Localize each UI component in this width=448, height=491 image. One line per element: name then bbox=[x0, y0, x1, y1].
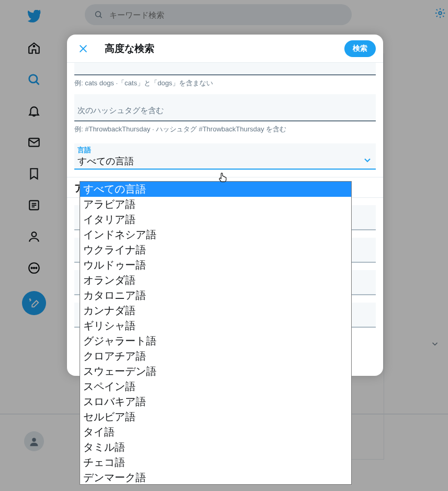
language-option[interactable]: アラビア語 bbox=[80, 197, 351, 212]
close-button[interactable] bbox=[74, 40, 92, 58]
language-option[interactable]: ギリシャ語 bbox=[80, 318, 351, 333]
hashtags-hint: 例: #ThrowbackThursday · ハッシュタグ #Throwbac… bbox=[67, 121, 383, 134]
language-option[interactable]: スペイン語 bbox=[80, 379, 351, 394]
chevron-down-icon bbox=[362, 155, 373, 165]
language-option[interactable]: オランダ語 bbox=[80, 273, 351, 288]
language-option[interactable]: ウクライナ語 bbox=[80, 242, 351, 258]
language-option[interactable]: すべての言語 bbox=[80, 182, 351, 197]
language-option[interactable]: スロバキア語 bbox=[80, 394, 351, 409]
modal-title: 高度な検索 bbox=[105, 42, 154, 55]
language-dropdown[interactable]: すべての言語アラビア語イタリア語インドネシア語ウクライナ語ウルドゥー語オランダ語… bbox=[80, 181, 352, 485]
language-option[interactable]: タミル語 bbox=[80, 440, 351, 455]
language-value: すべての言語 bbox=[77, 155, 373, 168]
none-of-words-hint: 例: cats dogs ·「cats」と「dogs」を含まない bbox=[67, 75, 383, 88]
modal-header: 高度な検索 検索 bbox=[67, 35, 383, 63]
language-option[interactable]: カンナダ語 bbox=[80, 303, 351, 318]
search-submit-button[interactable]: 検索 bbox=[344, 40, 376, 57]
none-of-words-input[interactable] bbox=[74, 63, 376, 75]
language-select[interactable]: 言語 すべての言語 bbox=[74, 143, 376, 170]
language-option[interactable]: デンマーク語 bbox=[80, 470, 351, 485]
language-option[interactable]: セルビア語 bbox=[80, 409, 351, 425]
language-option[interactable]: グジャラート語 bbox=[80, 333, 351, 349]
language-option[interactable]: クロアチア語 bbox=[80, 349, 351, 364]
language-label: 言語 bbox=[77, 146, 373, 155]
language-option[interactable]: チェコ語 bbox=[80, 455, 351, 470]
language-option[interactable]: タイ語 bbox=[80, 425, 351, 440]
language-option[interactable]: インドネシア語 bbox=[80, 227, 351, 242]
language-option[interactable]: カタロニア語 bbox=[80, 288, 351, 303]
language-option[interactable]: ウルドゥー語 bbox=[80, 258, 351, 273]
language-option[interactable]: スウェーデン語 bbox=[80, 364, 351, 379]
hashtags-input[interactable] bbox=[74, 94, 376, 121]
language-option[interactable]: イタリア語 bbox=[80, 212, 351, 227]
